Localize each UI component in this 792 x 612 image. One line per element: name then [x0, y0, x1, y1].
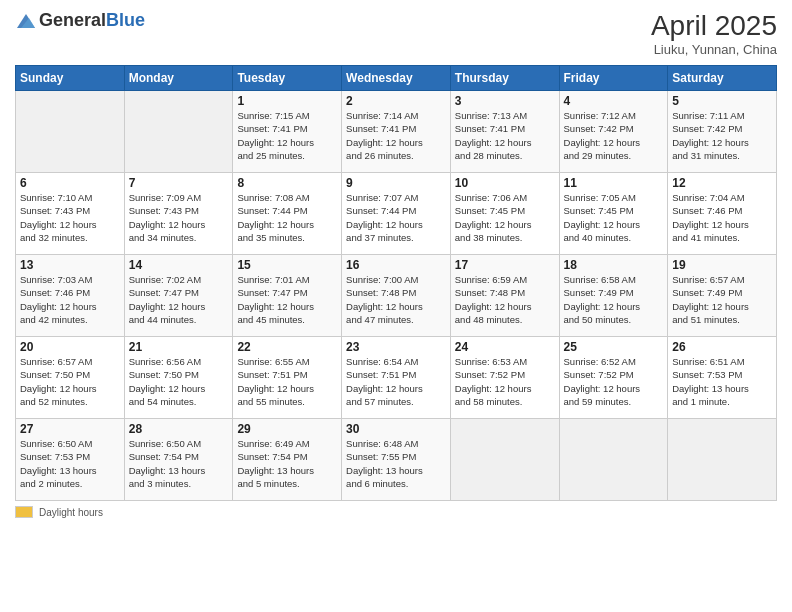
- daylight-box-icon: [15, 506, 33, 518]
- day-number: 7: [129, 176, 229, 190]
- day-number: 16: [346, 258, 446, 272]
- day-info: Sunrise: 7:00 AM Sunset: 7:48 PM Dayligh…: [346, 273, 446, 326]
- day-info: Sunrise: 6:51 AM Sunset: 7:53 PM Dayligh…: [672, 355, 772, 408]
- calendar-week-row: 6Sunrise: 7:10 AM Sunset: 7:43 PM Daylig…: [16, 173, 777, 255]
- table-row: 20Sunrise: 6:57 AM Sunset: 7:50 PM Dayli…: [16, 337, 125, 419]
- table-row: 29Sunrise: 6:49 AM Sunset: 7:54 PM Dayli…: [233, 419, 342, 501]
- day-number: 29: [237, 422, 337, 436]
- day-info: Sunrise: 6:56 AM Sunset: 7:50 PM Dayligh…: [129, 355, 229, 408]
- footer-note: Daylight hours: [15, 506, 777, 518]
- table-row: 4Sunrise: 7:12 AM Sunset: 7:42 PM Daylig…: [559, 91, 668, 173]
- day-info: Sunrise: 6:50 AM Sunset: 7:53 PM Dayligh…: [20, 437, 120, 490]
- day-info: Sunrise: 6:48 AM Sunset: 7:55 PM Dayligh…: [346, 437, 446, 490]
- day-number: 13: [20, 258, 120, 272]
- month-title: April 2025: [651, 10, 777, 42]
- table-row: [450, 419, 559, 501]
- day-number: 18: [564, 258, 664, 272]
- day-number: 19: [672, 258, 772, 272]
- day-number: 10: [455, 176, 555, 190]
- calendar-week-row: 27Sunrise: 6:50 AM Sunset: 7:53 PM Dayli…: [16, 419, 777, 501]
- logo-blue-text: Blue: [106, 10, 145, 30]
- day-info: Sunrise: 7:04 AM Sunset: 7:46 PM Dayligh…: [672, 191, 772, 244]
- table-row: 5Sunrise: 7:11 AM Sunset: 7:42 PM Daylig…: [668, 91, 777, 173]
- table-row: 18Sunrise: 6:58 AM Sunset: 7:49 PM Dayli…: [559, 255, 668, 337]
- table-row: 15Sunrise: 7:01 AM Sunset: 7:47 PM Dayli…: [233, 255, 342, 337]
- day-number: 3: [455, 94, 555, 108]
- day-info: Sunrise: 7:15 AM Sunset: 7:41 PM Dayligh…: [237, 109, 337, 162]
- day-info: Sunrise: 7:11 AM Sunset: 7:42 PM Dayligh…: [672, 109, 772, 162]
- table-row: 10Sunrise: 7:06 AM Sunset: 7:45 PM Dayli…: [450, 173, 559, 255]
- day-info: Sunrise: 7:10 AM Sunset: 7:43 PM Dayligh…: [20, 191, 120, 244]
- daylight-label: Daylight hours: [39, 507, 103, 518]
- day-number: 11: [564, 176, 664, 190]
- day-number: 8: [237, 176, 337, 190]
- table-row: 16Sunrise: 7:00 AM Sunset: 7:48 PM Dayli…: [342, 255, 451, 337]
- calendar-page: GeneralBlue April 2025 Liuku, Yunnan, Ch…: [0, 0, 792, 612]
- day-info: Sunrise: 7:06 AM Sunset: 7:45 PM Dayligh…: [455, 191, 555, 244]
- calendar-week-row: 20Sunrise: 6:57 AM Sunset: 7:50 PM Dayli…: [16, 337, 777, 419]
- col-thursday: Thursday: [450, 66, 559, 91]
- location-text: Liuku, Yunnan, China: [651, 42, 777, 57]
- table-row: 22Sunrise: 6:55 AM Sunset: 7:51 PM Dayli…: [233, 337, 342, 419]
- table-row: 2Sunrise: 7:14 AM Sunset: 7:41 PM Daylig…: [342, 91, 451, 173]
- day-info: Sunrise: 6:57 AM Sunset: 7:49 PM Dayligh…: [672, 273, 772, 326]
- day-number: 6: [20, 176, 120, 190]
- calendar-header-row: Sunday Monday Tuesday Wednesday Thursday…: [16, 66, 777, 91]
- day-number: 14: [129, 258, 229, 272]
- table-row: [16, 91, 125, 173]
- table-row: [668, 419, 777, 501]
- day-info: Sunrise: 6:49 AM Sunset: 7:54 PM Dayligh…: [237, 437, 337, 490]
- day-info: Sunrise: 6:55 AM Sunset: 7:51 PM Dayligh…: [237, 355, 337, 408]
- day-info: Sunrise: 7:13 AM Sunset: 7:41 PM Dayligh…: [455, 109, 555, 162]
- day-info: Sunrise: 6:54 AM Sunset: 7:51 PM Dayligh…: [346, 355, 446, 408]
- col-tuesday: Tuesday: [233, 66, 342, 91]
- logo-general-text: General: [39, 10, 106, 30]
- day-number: 26: [672, 340, 772, 354]
- table-row: 6Sunrise: 7:10 AM Sunset: 7:43 PM Daylig…: [16, 173, 125, 255]
- day-number: 12: [672, 176, 772, 190]
- day-info: Sunrise: 7:03 AM Sunset: 7:46 PM Dayligh…: [20, 273, 120, 326]
- day-number: 23: [346, 340, 446, 354]
- table-row: 17Sunrise: 6:59 AM Sunset: 7:48 PM Dayli…: [450, 255, 559, 337]
- day-number: 21: [129, 340, 229, 354]
- table-row: 3Sunrise: 7:13 AM Sunset: 7:41 PM Daylig…: [450, 91, 559, 173]
- day-info: Sunrise: 6:58 AM Sunset: 7:49 PM Dayligh…: [564, 273, 664, 326]
- table-row: [559, 419, 668, 501]
- col-sunday: Sunday: [16, 66, 125, 91]
- page-header: GeneralBlue April 2025 Liuku, Yunnan, Ch…: [15, 10, 777, 57]
- table-row: 30Sunrise: 6:48 AM Sunset: 7:55 PM Dayli…: [342, 419, 451, 501]
- day-info: Sunrise: 7:02 AM Sunset: 7:47 PM Dayligh…: [129, 273, 229, 326]
- table-row: 19Sunrise: 6:57 AM Sunset: 7:49 PM Dayli…: [668, 255, 777, 337]
- day-number: 9: [346, 176, 446, 190]
- table-row: 28Sunrise: 6:50 AM Sunset: 7:54 PM Dayli…: [124, 419, 233, 501]
- day-info: Sunrise: 7:05 AM Sunset: 7:45 PM Dayligh…: [564, 191, 664, 244]
- table-row: 25Sunrise: 6:52 AM Sunset: 7:52 PM Dayli…: [559, 337, 668, 419]
- day-info: Sunrise: 7:14 AM Sunset: 7:41 PM Dayligh…: [346, 109, 446, 162]
- calendar-table: Sunday Monday Tuesday Wednesday Thursday…: [15, 65, 777, 501]
- day-info: Sunrise: 7:08 AM Sunset: 7:44 PM Dayligh…: [237, 191, 337, 244]
- col-friday: Friday: [559, 66, 668, 91]
- table-row: 8Sunrise: 7:08 AM Sunset: 7:44 PM Daylig…: [233, 173, 342, 255]
- day-number: 1: [237, 94, 337, 108]
- table-row: 1Sunrise: 7:15 AM Sunset: 7:41 PM Daylig…: [233, 91, 342, 173]
- day-info: Sunrise: 7:07 AM Sunset: 7:44 PM Dayligh…: [346, 191, 446, 244]
- day-info: Sunrise: 6:57 AM Sunset: 7:50 PM Dayligh…: [20, 355, 120, 408]
- table-row: 11Sunrise: 7:05 AM Sunset: 7:45 PM Dayli…: [559, 173, 668, 255]
- calendar-week-row: 13Sunrise: 7:03 AM Sunset: 7:46 PM Dayli…: [16, 255, 777, 337]
- table-row: 9Sunrise: 7:07 AM Sunset: 7:44 PM Daylig…: [342, 173, 451, 255]
- logo-icon: [15, 10, 37, 32]
- table-row: 21Sunrise: 6:56 AM Sunset: 7:50 PM Dayli…: [124, 337, 233, 419]
- day-info: Sunrise: 7:12 AM Sunset: 7:42 PM Dayligh…: [564, 109, 664, 162]
- table-row: 27Sunrise: 6:50 AM Sunset: 7:53 PM Dayli…: [16, 419, 125, 501]
- day-number: 27: [20, 422, 120, 436]
- day-number: 22: [237, 340, 337, 354]
- day-info: Sunrise: 6:59 AM Sunset: 7:48 PM Dayligh…: [455, 273, 555, 326]
- calendar-week-row: 1Sunrise: 7:15 AM Sunset: 7:41 PM Daylig…: [16, 91, 777, 173]
- logo: GeneralBlue: [15, 10, 145, 32]
- day-number: 17: [455, 258, 555, 272]
- day-info: Sunrise: 6:50 AM Sunset: 7:54 PM Dayligh…: [129, 437, 229, 490]
- day-number: 2: [346, 94, 446, 108]
- col-wednesday: Wednesday: [342, 66, 451, 91]
- day-info: Sunrise: 7:09 AM Sunset: 7:43 PM Dayligh…: [129, 191, 229, 244]
- day-info: Sunrise: 7:01 AM Sunset: 7:47 PM Dayligh…: [237, 273, 337, 326]
